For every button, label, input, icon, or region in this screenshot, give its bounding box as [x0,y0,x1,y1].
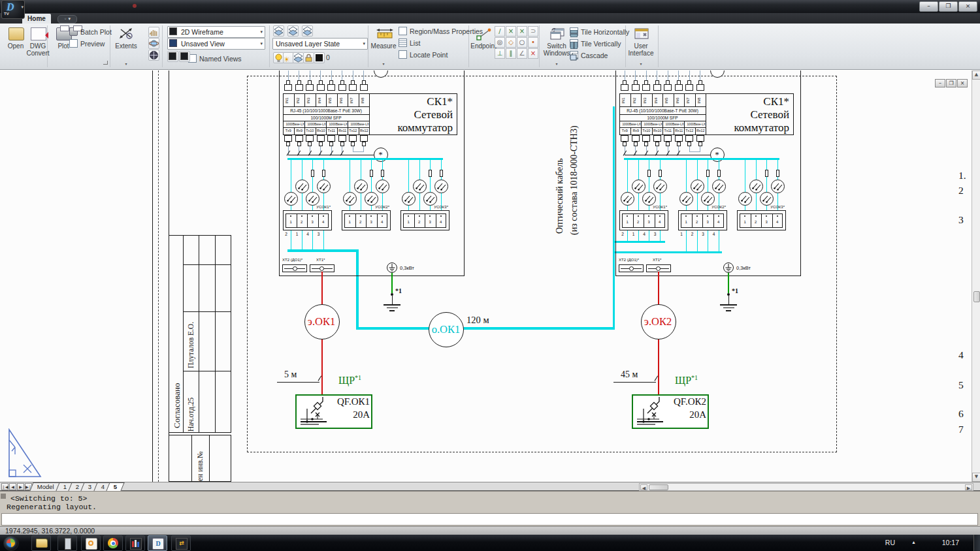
tile-vertically-button[interactable]: Tile Vertically [570,39,635,49]
chevron-down-icon[interactable]: ▾ [260,29,263,35]
scroll-right-icon[interactable]: ▶ [965,484,972,490]
layer-state-combo-value: Unsaved Layer State [276,39,340,48]
cell-line [359,93,359,106]
lay-icon-button[interactable] [293,52,304,63]
batch-plot-button[interactable]: Batch Plot [69,27,120,37]
tile-horizontally-button[interactable]: Tile Horizontally [570,27,638,37]
language-indicator[interactable]: RU [885,535,895,550]
camera-symbol [434,180,448,193]
osnap-extension-icon[interactable]: ⊃ [528,26,538,37]
scroll-down-icon[interactable]: ▼ [972,473,980,482]
lan-wire [323,230,324,249]
taskbar-button-explorer[interactable] [31,535,51,551]
layer-state-combo[interactable]: Unsaved Layer State▾ [272,38,368,50]
osnap-quadrant-icon[interactable]: ◇ [506,37,516,48]
sheet-border [152,71,153,482]
named-views-button[interactable]: Named Views [188,54,247,64]
edge-note-number: 5 [958,379,964,391]
lx-label: 1000Base-LX [350,122,367,126]
next-tab-button[interactable]: ▶ [17,483,24,490]
panel-expander[interactable] [107,61,108,65]
dwg-convert-button[interactable]: DWG Convert [24,25,52,67]
camera-symbol [317,180,331,193]
mdi-minimize-button[interactable]: – [935,79,945,87]
layout-tab-5[interactable]: 5 [106,482,125,491]
sq-icon-button[interactable] [314,52,325,63]
view-combo[interactable]: Unsaved View▾ [167,38,265,50]
lock-icon-button[interactable] [303,52,314,63]
visual-style[interactable]: 2D Wireframe▾ [167,26,265,38]
region-mass-button[interactable]: Region/Mass Properties [399,26,482,37]
command-input[interactable] [1,513,978,526]
panel-label: ЩР*1 [675,374,698,386]
mdi-restore-button[interactable]: ❐ [946,79,956,87]
taskbar-button-app4[interactable]: ⇄ [171,535,191,551]
pan-icon-button[interactable] [148,27,159,38]
taskbar-button-app1[interactable] [57,535,77,551]
taskbar-button-dwg-trueview[interactable]: D [148,535,167,551]
taskbar-button-chrome[interactable] [103,535,123,551]
splice-symbol [717,170,721,177]
close-button[interactable]: × [958,1,977,12]
wheel-icon-button[interactable] [148,50,159,61]
list-button[interactable]: List [399,38,438,48]
first-tab-button[interactable]: ❘◀ [1,483,8,490]
start-button[interactable] [3,535,19,551]
switch-windows-button[interactable]: Switch Windows▾ [543,25,570,67]
orbit-icon-button[interactable] [148,38,159,49]
osnap-apparent-intersection-icon[interactable]: × [517,26,527,37]
dk-icon-button[interactable] [167,51,178,62]
mdi-close-button[interactable]: × [957,79,968,87]
horizontal-scrollbar[interactable]: ◀ ▶ [639,483,973,491]
edge-note-number: 1. [958,170,966,181]
osnap-center-icon[interactable]: ◎ [495,37,505,48]
app-menu-button[interactable]: D TV ▾ [1,0,25,19]
lay-icon-button[interactable] [287,25,299,37]
osnap-node-icon[interactable]: • [528,37,538,48]
measure-button[interactable]: Measure▾ [370,25,397,67]
locate-point-button[interactable]: Locate Point [399,50,457,60]
vertical-scroll-thumb[interactable] [973,291,980,302]
star-terminal: * [374,148,388,162]
title-block-line [209,435,210,482]
scroll-left-icon[interactable]: ◀ [640,484,647,490]
cascade-button[interactable]: Cascade [570,50,622,61]
osnap-perpendicular-icon[interactable]: ⊥ [495,48,505,59]
quick-access-dropdown[interactable]: ◦ ▾ [57,15,77,24]
taskbar-button-app2[interactable] [81,535,101,551]
lay-icon-button[interactable] [273,25,284,37]
osnap-intersection-icon[interactable]: × [506,26,516,37]
tab-home[interactable]: Home [22,14,51,24]
minimize-button[interactable]: – [919,1,938,12]
panel-note: *1 [355,374,361,381]
rj45-plug [687,142,691,146]
vertical-scrollbar[interactable]: ▲▼ [972,71,980,482]
prev-tab-button[interactable]: ◀ [9,483,16,490]
preview-button[interactable]: Preview [69,39,115,49]
osnap-tangent-icon[interactable]: ○ [517,37,527,48]
ground-hatch [723,307,734,309]
port-wire [299,71,299,80]
horizontal-scroll-thumb[interactable] [649,484,668,490]
dk-icon-button[interactable] [179,51,190,62]
show-desktop-button[interactable] [973,535,980,551]
taskbar-button-app3[interactable] [125,535,145,551]
tray-expand-icon[interactable]: ▲ [911,535,916,550]
chevron-down-icon[interactable]: ▾ [363,41,365,46]
osnap-none-icon[interactable]: × [528,48,538,59]
pe-wire [391,273,393,293]
application-window: – ❐ × D TV ▾ Home ◦ ▾ OpenDWG ConvertPlo… [0,0,980,551]
chevron-down-icon[interactable]: ▾ [260,41,263,46]
osnap-nearest-icon[interactable]: ∠ [517,48,527,59]
lan-wire [312,230,313,249]
osnap-midpoint-icon[interactable]: ∕ [495,26,505,37]
rj45-plug [319,142,323,146]
maximize-button[interactable]: ❐ [939,1,958,12]
drawing-canvas[interactable]: СогласованоПлуталов Е.О.Нач.отд.25ен инв… [0,71,980,482]
osnap-parallel-icon[interactable]: ∥ [506,48,516,59]
clock[interactable]: 10:17 [942,535,959,550]
scroll-up-icon[interactable]: ▲ [972,71,980,80]
rj45-plug [362,142,366,146]
command-grip[interactable] [1,494,6,499]
lay-icon-button[interactable] [302,25,313,37]
